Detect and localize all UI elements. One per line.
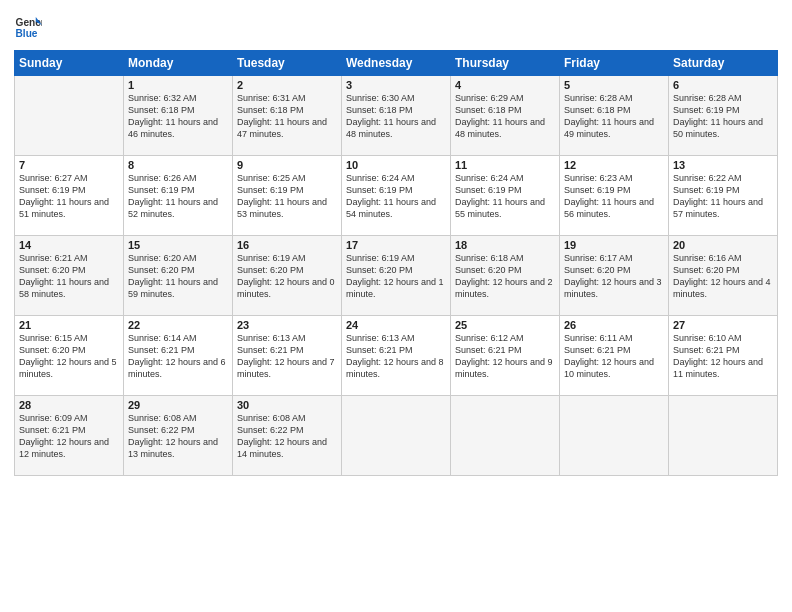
calendar-cell: 8Sunrise: 6:26 AMSunset: 6:19 PMDaylight…	[124, 156, 233, 236]
day-info: Sunrise: 6:08 AMSunset: 6:22 PMDaylight:…	[128, 412, 228, 461]
calendar-cell: 27Sunrise: 6:10 AMSunset: 6:21 PMDayligh…	[669, 316, 778, 396]
calendar-cell: 18Sunrise: 6:18 AMSunset: 6:20 PMDayligh…	[451, 236, 560, 316]
day-info: Sunrise: 6:19 AMSunset: 6:20 PMDaylight:…	[237, 252, 337, 301]
day-number: 27	[673, 319, 773, 331]
day-number: 16	[237, 239, 337, 251]
day-number: 2	[237, 79, 337, 91]
day-number: 28	[19, 399, 119, 411]
day-number: 30	[237, 399, 337, 411]
day-number: 18	[455, 239, 555, 251]
day-number: 5	[564, 79, 664, 91]
calendar-week-row: 1Sunrise: 6:32 AMSunset: 6:18 PMDaylight…	[15, 76, 778, 156]
day-info: Sunrise: 6:14 AMSunset: 6:21 PMDaylight:…	[128, 332, 228, 381]
day-number: 24	[346, 319, 446, 331]
calendar-week-row: 7Sunrise: 6:27 AMSunset: 6:19 PMDaylight…	[15, 156, 778, 236]
day-info: Sunrise: 6:24 AMSunset: 6:19 PMDaylight:…	[346, 172, 446, 221]
day-info: Sunrise: 6:29 AMSunset: 6:18 PMDaylight:…	[455, 92, 555, 141]
calendar-cell	[669, 396, 778, 476]
day-info: Sunrise: 6:18 AMSunset: 6:20 PMDaylight:…	[455, 252, 555, 301]
calendar-cell: 5Sunrise: 6:28 AMSunset: 6:18 PMDaylight…	[560, 76, 669, 156]
day-number: 21	[19, 319, 119, 331]
calendar-cell: 21Sunrise: 6:15 AMSunset: 6:20 PMDayligh…	[15, 316, 124, 396]
calendar-cell: 15Sunrise: 6:20 AMSunset: 6:20 PMDayligh…	[124, 236, 233, 316]
calendar-cell: 11Sunrise: 6:24 AMSunset: 6:19 PMDayligh…	[451, 156, 560, 236]
calendar-cell: 2Sunrise: 6:31 AMSunset: 6:18 PMDaylight…	[233, 76, 342, 156]
day-number: 4	[455, 79, 555, 91]
calendar-cell: 19Sunrise: 6:17 AMSunset: 6:20 PMDayligh…	[560, 236, 669, 316]
calendar-cell	[342, 396, 451, 476]
calendar-cell: 7Sunrise: 6:27 AMSunset: 6:19 PMDaylight…	[15, 156, 124, 236]
day-info: Sunrise: 6:31 AMSunset: 6:18 PMDaylight:…	[237, 92, 337, 141]
day-info: Sunrise: 6:10 AMSunset: 6:21 PMDaylight:…	[673, 332, 773, 381]
day-number: 25	[455, 319, 555, 331]
day-info: Sunrise: 6:13 AMSunset: 6:21 PMDaylight:…	[346, 332, 446, 381]
day-number: 22	[128, 319, 228, 331]
calendar-cell: 26Sunrise: 6:11 AMSunset: 6:21 PMDayligh…	[560, 316, 669, 396]
day-info: Sunrise: 6:22 AMSunset: 6:19 PMDaylight:…	[673, 172, 773, 221]
day-info: Sunrise: 6:28 AMSunset: 6:18 PMDaylight:…	[564, 92, 664, 141]
day-number: 7	[19, 159, 119, 171]
day-number: 10	[346, 159, 446, 171]
calendar-cell: 12Sunrise: 6:23 AMSunset: 6:19 PMDayligh…	[560, 156, 669, 236]
calendar-cell: 22Sunrise: 6:14 AMSunset: 6:21 PMDayligh…	[124, 316, 233, 396]
weekday-header-monday: Monday	[124, 51, 233, 76]
calendar-week-row: 21Sunrise: 6:15 AMSunset: 6:20 PMDayligh…	[15, 316, 778, 396]
weekday-header-tuesday: Tuesday	[233, 51, 342, 76]
day-info: Sunrise: 6:11 AMSunset: 6:21 PMDaylight:…	[564, 332, 664, 381]
day-number: 19	[564, 239, 664, 251]
day-number: 14	[19, 239, 119, 251]
day-number: 8	[128, 159, 228, 171]
day-info: Sunrise: 6:24 AMSunset: 6:19 PMDaylight:…	[455, 172, 555, 221]
calendar-cell: 6Sunrise: 6:28 AMSunset: 6:19 PMDaylight…	[669, 76, 778, 156]
day-number: 29	[128, 399, 228, 411]
day-info: Sunrise: 6:15 AMSunset: 6:20 PMDaylight:…	[19, 332, 119, 381]
calendar-table: SundayMondayTuesdayWednesdayThursdayFrid…	[14, 50, 778, 476]
day-number: 20	[673, 239, 773, 251]
day-info: Sunrise: 6:12 AMSunset: 6:21 PMDaylight:…	[455, 332, 555, 381]
day-info: Sunrise: 6:30 AMSunset: 6:18 PMDaylight:…	[346, 92, 446, 141]
calendar-week-row: 14Sunrise: 6:21 AMSunset: 6:20 PMDayligh…	[15, 236, 778, 316]
calendar-cell: 17Sunrise: 6:19 AMSunset: 6:20 PMDayligh…	[342, 236, 451, 316]
calendar-cell: 10Sunrise: 6:24 AMSunset: 6:19 PMDayligh…	[342, 156, 451, 236]
calendar-cell: 14Sunrise: 6:21 AMSunset: 6:20 PMDayligh…	[15, 236, 124, 316]
day-info: Sunrise: 6:19 AMSunset: 6:20 PMDaylight:…	[346, 252, 446, 301]
calendar-cell: 4Sunrise: 6:29 AMSunset: 6:18 PMDaylight…	[451, 76, 560, 156]
calendar-cell: 20Sunrise: 6:16 AMSunset: 6:20 PMDayligh…	[669, 236, 778, 316]
calendar-cell: 30Sunrise: 6:08 AMSunset: 6:22 PMDayligh…	[233, 396, 342, 476]
day-info: Sunrise: 6:08 AMSunset: 6:22 PMDaylight:…	[237, 412, 337, 461]
calendar-cell: 16Sunrise: 6:19 AMSunset: 6:20 PMDayligh…	[233, 236, 342, 316]
logo: General Blue	[14, 14, 42, 42]
calendar-cell	[451, 396, 560, 476]
weekday-header-saturday: Saturday	[669, 51, 778, 76]
day-info: Sunrise: 6:21 AMSunset: 6:20 PMDaylight:…	[19, 252, 119, 301]
day-info: Sunrise: 6:09 AMSunset: 6:21 PMDaylight:…	[19, 412, 119, 461]
calendar-cell	[560, 396, 669, 476]
calendar-cell: 29Sunrise: 6:08 AMSunset: 6:22 PMDayligh…	[124, 396, 233, 476]
svg-text:Blue: Blue	[16, 28, 38, 39]
calendar-cell: 13Sunrise: 6:22 AMSunset: 6:19 PMDayligh…	[669, 156, 778, 236]
weekday-header-wednesday: Wednesday	[342, 51, 451, 76]
day-info: Sunrise: 6:16 AMSunset: 6:20 PMDaylight:…	[673, 252, 773, 301]
weekday-header-sunday: Sunday	[15, 51, 124, 76]
day-number: 1	[128, 79, 228, 91]
day-info: Sunrise: 6:13 AMSunset: 6:21 PMDaylight:…	[237, 332, 337, 381]
weekday-header-thursday: Thursday	[451, 51, 560, 76]
day-info: Sunrise: 6:27 AMSunset: 6:19 PMDaylight:…	[19, 172, 119, 221]
page-container: General Blue SundayMondayTuesdayWednesda…	[0, 0, 792, 486]
day-number: 9	[237, 159, 337, 171]
calendar-cell: 3Sunrise: 6:30 AMSunset: 6:18 PMDaylight…	[342, 76, 451, 156]
weekday-header-row: SundayMondayTuesdayWednesdayThursdayFrid…	[15, 51, 778, 76]
day-number: 6	[673, 79, 773, 91]
svg-text:General: General	[16, 17, 42, 28]
day-number: 23	[237, 319, 337, 331]
header: General Blue	[14, 10, 778, 42]
calendar-cell: 23Sunrise: 6:13 AMSunset: 6:21 PMDayligh…	[233, 316, 342, 396]
logo-icon: General Blue	[14, 14, 42, 42]
calendar-cell: 9Sunrise: 6:25 AMSunset: 6:19 PMDaylight…	[233, 156, 342, 236]
calendar-cell: 28Sunrise: 6:09 AMSunset: 6:21 PMDayligh…	[15, 396, 124, 476]
day-info: Sunrise: 6:28 AMSunset: 6:19 PMDaylight:…	[673, 92, 773, 141]
day-number: 15	[128, 239, 228, 251]
day-number: 26	[564, 319, 664, 331]
calendar-cell: 1Sunrise: 6:32 AMSunset: 6:18 PMDaylight…	[124, 76, 233, 156]
day-info: Sunrise: 6:32 AMSunset: 6:18 PMDaylight:…	[128, 92, 228, 141]
